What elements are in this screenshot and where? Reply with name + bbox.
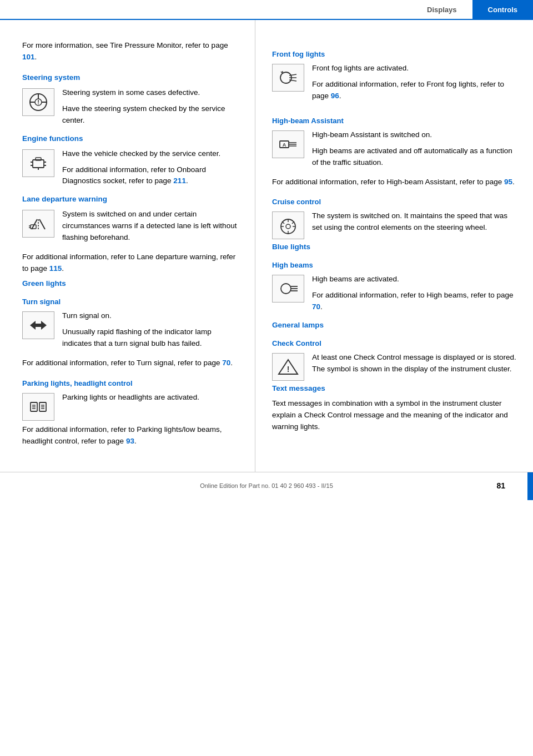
lane-departure-text-block: System is switched on and under certain … — [62, 209, 238, 248]
highbeams-para-1: High beams are activated. — [312, 274, 516, 285]
steering-para-1: Steering system in some cases defective. — [62, 87, 238, 99]
engine-functions-section: Engine functions Have the vehicl — [22, 134, 238, 192]
svg-text:!: ! — [37, 99, 39, 105]
svg-point-47 — [281, 284, 291, 294]
lane-para-2: For additional information, refer to Lan… — [22, 251, 238, 275]
check-control-subheading: Check Control — [272, 339, 516, 347]
displays-tab-label: Displays — [427, 6, 456, 14]
intro-text: For more information, see Tire Pressure … — [22, 41, 228, 49]
lane-departure-icon-row: System is switched on and under certain … — [22, 209, 238, 248]
svg-text:A: A — [283, 142, 286, 148]
highbeam-icon-row: A High-beam Assistant is switched on. Hi… — [272, 129, 516, 173]
steering-system-heading: Steering system — [22, 73, 238, 82]
svg-text:!: ! — [287, 365, 290, 374]
text-messages-section: Text messages Text messages in combinati… — [272, 384, 516, 433]
high-beams-subheading: High beams — [272, 261, 516, 269]
front-fog-lights-icon — [272, 64, 304, 92]
cruise-control-icon — [272, 211, 304, 239]
cruise-control-icon-row: The system is switched on. It maintains … — [272, 210, 516, 239]
parking-para-1: Parking lights or headlights are activat… — [62, 392, 199, 404]
turn-para-2: Unusually rapid flashing of the indicato… — [62, 326, 238, 350]
general-lamps-section: General lamps Check Control ! At least o… — [272, 321, 516, 381]
svg-point-40 — [286, 224, 290, 229]
parking-icon-row: Parking lights or headlights are activat… — [22, 392, 238, 421]
svg-line-14 — [39, 219, 45, 229]
front-fog-icon-row: Front fog lights are activated. For addi… — [272, 63, 516, 107]
engine-icon-row: Have the vehicle checked by the service … — [22, 148, 238, 192]
lane-departure-section: Lane departure warning System is switche… — [22, 195, 238, 275]
lane-departure-icon — [22, 210, 54, 238]
general-lamps-heading: General lamps — [272, 321, 516, 329]
high-beams-icon — [272, 275, 304, 303]
highbeam-assistant-subheading: High-beam Assistant — [272, 117, 516, 125]
lane-departure-heading: Lane departure warning — [22, 195, 238, 203]
engine-functions-heading: Engine functions — [22, 134, 238, 143]
steering-system-section: Steering system ! Steering system in som… — [22, 73, 238, 131]
green-lights-section: Green lights Turn signal Turn signal on.… — [22, 279, 238, 369]
front-fog-text-block: Front fog lights are activated. For addi… — [312, 63, 516, 107]
svg-rect-6 — [33, 160, 44, 168]
turn-signal-icon — [22, 311, 54, 339]
parking-para-2: For additional information, refer to Par… — [22, 424, 238, 447]
cruise-text-block: The system is switched on. It maintains … — [312, 210, 516, 238]
cruise-control-subheading: Cruise control — [272, 198, 516, 206]
fog-para-1: Front fog lights are activated. — [312, 63, 516, 74]
controls-tab-label: Controls — [488, 6, 517, 14]
check-control-icon: ! — [272, 353, 304, 381]
lane-link[interactable]: 115 — [49, 264, 62, 273]
highbeam-text-block: High-beam Assistant is switched on. High… — [312, 129, 516, 173]
right-column: Front fog lights Front fog lights are ac… — [255, 20, 533, 472]
check-control-icon-row: ! At least one Check Control message is … — [272, 352, 516, 381]
engine-para-1: Have the vehicle checked by the service … — [62, 148, 238, 160]
turn-signal-text-block: Turn signal on. Unusually rapid flashing… — [62, 310, 238, 354]
parking-link[interactable]: 93 — [126, 437, 134, 445]
highbeam-para-2: High beams are activated and off automat… — [312, 145, 516, 169]
parking-text-block: Parking lights or headlights are activat… — [62, 392, 199, 408]
check-control-para-1: At least one Check Control message is di… — [312, 352, 516, 375]
footer-text: Online Edition for Part no. 01 40 2 960 … — [200, 482, 333, 489]
highbeam-link[interactable]: 95 — [504, 178, 512, 186]
parking-lights-icon — [22, 393, 54, 421]
turn-para-1: Turn signal on. — [62, 310, 238, 322]
steering-text-block: Steering system in some cases defective.… — [62, 87, 238, 131]
highbeam-section: High-beam Assistant A High-beam Assistan… — [272, 117, 516, 188]
steering-icon-row: ! Steering system in some cases defectiv… — [22, 87, 238, 131]
turn-link[interactable]: 70 — [222, 359, 230, 367]
fog-para-2: For additional information, refer to Fro… — [312, 79, 516, 102]
steering-warning-icon: ! — [22, 88, 54, 116]
cruise-control-section: Cruise control The — [272, 198, 516, 239]
high-beams-icon-row: High beams are activated. For additional… — [272, 274, 516, 317]
text-messages-body: Text messages in combination with a symb… — [272, 398, 516, 433]
svg-marker-19 — [30, 321, 47, 330]
tab-controls[interactable]: Controls — [472, 0, 533, 19]
highbeams-para-2: For additional information, refer to Hig… — [312, 290, 516, 313]
svg-rect-7 — [36, 158, 41, 160]
turn-signal-subheading: Turn signal — [22, 298, 238, 306]
high-beams-text-block: High beams are activated. For additional… — [312, 274, 516, 317]
front-fog-section: Front fog lights Front fog lights are ac… — [272, 50, 516, 107]
highbeam-para-3: For additional information, refer to Hig… — [272, 177, 516, 188]
intro-paragraph: For more information, see Tire Pressure … — [22, 40, 238, 63]
engine-para-2: For additional information, refer to Onb… — [62, 164, 238, 188]
intro-link[interactable]: 101 — [22, 53, 35, 61]
text-messages-heading: Text messages — [272, 384, 516, 392]
blue-lights-heading: Blue lights — [272, 243, 516, 251]
highbeam-para-1: High-beam Assistant is switched on. — [312, 129, 516, 141]
turn-signal-icon-row: Turn signal on. Unusually rapid flashing… — [22, 310, 238, 354]
left-column: For more information, see Tire Pressure … — [0, 20, 255, 472]
engine-text-block: Have the vehicle checked by the service … — [62, 148, 238, 192]
blue-lights-section: Blue lights High beams High beams are ac… — [272, 243, 516, 317]
lane-para-1: System is switched on and under certain … — [62, 209, 238, 244]
check-control-text-block: At least one Check Control message is di… — [312, 352, 516, 380]
footer: Online Edition for Part no. 01 40 2 960 … — [0, 472, 533, 500]
turn-para-3: For additional information, refer to Tur… — [22, 357, 238, 369]
high-beam-assistant-icon: A — [272, 130, 304, 158]
front-fog-subheading: Front fog lights — [272, 50, 516, 58]
highbeams-link[interactable]: 70 — [312, 303, 320, 311]
cruise-para-1: The system is switched on. It maintains … — [312, 210, 516, 234]
tab-displays[interactable]: Displays — [411, 0, 472, 19]
fog-link[interactable]: 96 — [331, 92, 339, 100]
parking-section: Parking lights, headlight control — [22, 379, 238, 447]
steering-para-2: Have the steering system checked by the … — [62, 103, 238, 127]
engine-link[interactable]: 211 — [173, 177, 186, 185]
